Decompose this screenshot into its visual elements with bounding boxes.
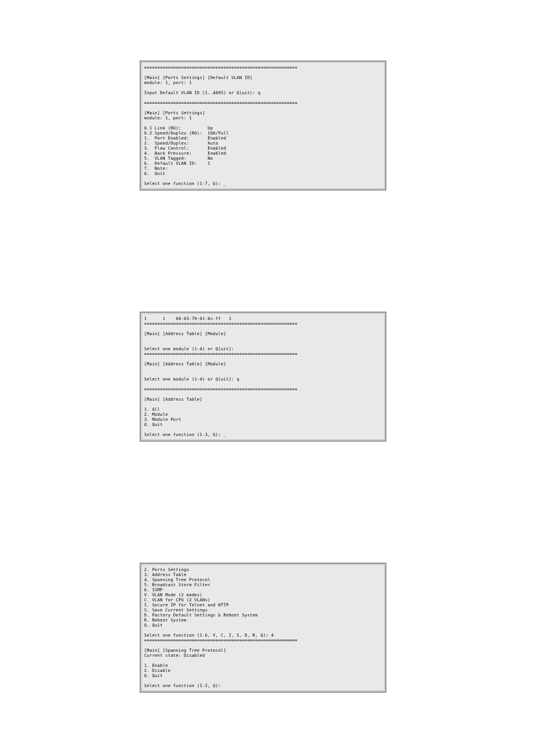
panel-border-outer: ========================================… xyxy=(140,61,386,191)
terminal-output-spanning-tree: 2. Ports Settings 3. Address Table 4. Sp… xyxy=(144,567,382,688)
terminal-panel-spanning-tree: 2. Ports Settings 3. Address Table 4. Sp… xyxy=(140,563,386,693)
terminal-panel-ports-settings: ========================================… xyxy=(140,61,386,191)
panel-border-outer: 2. Ports Settings 3. Address Table 4. Sp… xyxy=(140,563,386,693)
panel-border-inner: 1 1 00-03-79-01-0c-ff 1 ================… xyxy=(141,313,385,440)
terminal-output-ports-settings: ========================================… xyxy=(144,65,382,186)
panel-border-inner: ========================================… xyxy=(141,62,385,189)
panel-border-outer: 1 1 00-03-79-01-0c-ff 1 ================… xyxy=(140,312,386,442)
panel-border-inner: 2. Ports Settings 3. Address Table 4. Sp… xyxy=(141,564,385,691)
terminal-panel-address-table: 1 1 00-03-79-01-0c-ff 1 ================… xyxy=(140,312,386,442)
terminal-output-address-table: 1 1 00-03-79-01-0c-ff 1 ================… xyxy=(144,316,382,437)
